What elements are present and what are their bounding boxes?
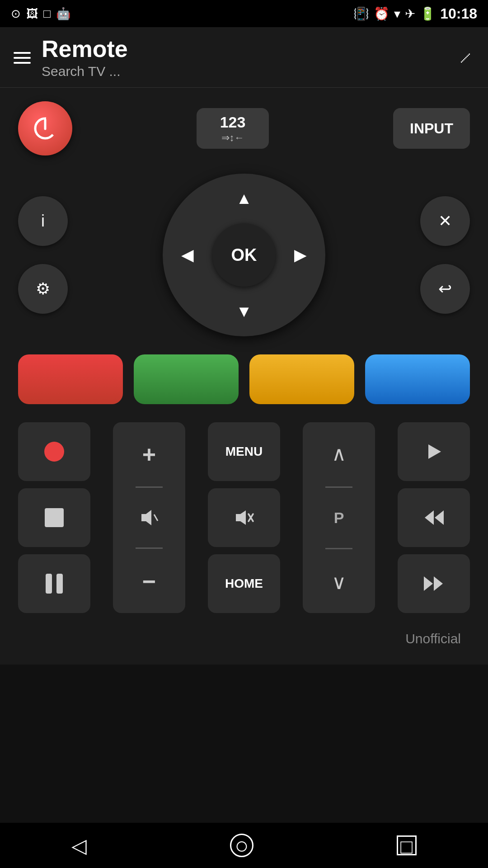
stop-button[interactable] [18, 488, 90, 547]
dpad: ▲ ▼ ◀ ▶ OK [163, 174, 325, 336]
record-dot-icon [44, 442, 64, 462]
vol-divider2 [136, 547, 163, 549]
bottom-grid: + − MENU [18, 422, 470, 613]
nav-recent-button[interactable]: □ [397, 835, 417, 855]
vol-minus-button[interactable]: − [142, 568, 156, 595]
color-red-button[interactable] [18, 354, 123, 404]
vol-plus-button[interactable]: + [142, 441, 156, 468]
header: Remote Search TV ... ⟋ [0, 27, 488, 88]
wifi-icon: ▾ [394, 6, 400, 21]
search-tv-label: Search TV ... [42, 64, 446, 79]
ch-down-button[interactable]: ∨ [332, 571, 346, 594]
home-button[interactable]: HOME [208, 554, 280, 613]
bottom-area: + − MENU [14, 422, 474, 613]
alarm-icon: ⏰ [374, 6, 389, 21]
volume-column: + − [113, 422, 185, 613]
vol-minus-icon: − [142, 568, 156, 595]
ch-up-button[interactable]: ∧ [332, 442, 346, 465]
pause-icon [46, 574, 63, 594]
svg-line-3 [154, 514, 158, 521]
top-row: 123 ⇒↕← INPUT [14, 101, 474, 156]
unofficial-label: Unofficial [14, 631, 474, 646]
svg-marker-4 [236, 510, 246, 525]
nav-bar: ◁ ○ □ [0, 823, 488, 868]
numpad-label: 123 [220, 113, 246, 131]
vibrate-icon: 📳 [353, 6, 369, 21]
ff-button[interactable] [398, 554, 470, 613]
left-col: i ⚙ [18, 196, 68, 314]
svg-marker-2 [141, 510, 151, 525]
stop-icon [45, 508, 64, 527]
svg-marker-10 [424, 576, 433, 591]
mute-icon [233, 507, 255, 528]
right-col: ✕ ↩ [420, 196, 470, 314]
close-button[interactable]: ✕ [420, 196, 470, 246]
rewind-button[interactable] [398, 488, 470, 547]
ch-divider2 [325, 548, 352, 549]
dpad-up-button[interactable]: ▲ [217, 178, 271, 219]
remote-body: 123 ⇒↕← INPUT i ⚙ ▲ ▼ ◀ [0, 88, 488, 665]
vol-plus-icon: + [142, 441, 156, 468]
rewind-icon [423, 508, 445, 528]
settings-button[interactable]: ⚙ [18, 264, 68, 314]
menu-button[interactable]: MENU [208, 422, 280, 481]
status-right-icons: 📳 ⏰ ▾ ✈ 🔋 10:18 [353, 5, 477, 22]
header-text: Remote Search TV ... [42, 36, 446, 79]
record-button[interactable] [18, 422, 90, 481]
dpad-section: i ⚙ ▲ ▼ ◀ ▶ OK [14, 174, 474, 336]
status-bar: ⊙ 🖼 □ 🤖 📳 ⏰ ▾ ✈ 🔋 10:18 [0, 0, 488, 27]
volume-icon [138, 506, 160, 529]
vol-divider [136, 486, 163, 488]
menu-icon[interactable] [14, 52, 31, 64]
spotify-icon: ⊙ [11, 7, 21, 21]
color-row [14, 354, 474, 404]
color-yellow-button[interactable] [249, 354, 354, 404]
svg-marker-9 [435, 510, 444, 525]
airplane-icon: ✈ [405, 6, 415, 21]
color-blue-button[interactable] [365, 354, 470, 404]
status-time: 10:18 [440, 5, 477, 22]
svg-marker-7 [428, 444, 441, 459]
app-title: Remote [42, 36, 446, 62]
status-left-icons: ⊙ 🖼 □ 🤖 [11, 7, 70, 21]
color-green-button[interactable] [134, 354, 239, 404]
power-button[interactable] [18, 101, 72, 156]
mute-button[interactable] [208, 488, 280, 547]
square-icon: □ [43, 7, 51, 21]
svg-marker-11 [434, 576, 443, 591]
android-icon: 🤖 [56, 7, 70, 21]
ff-icon [423, 574, 445, 594]
battery-icon: 🔋 [420, 6, 436, 21]
nav-back-button[interactable]: ◁ [71, 834, 87, 857]
nav-home-button[interactable]: ○ [230, 834, 253, 857]
info-button[interactable]: i [18, 196, 68, 246]
back-button[interactable]: ↩ [420, 264, 470, 314]
ch-down-icon: ∨ [332, 571, 346, 594]
ok-button[interactable]: OK [212, 223, 276, 287]
image-icon: 🖼 [26, 7, 38, 21]
channel-column: ∧ P ∨ [303, 422, 375, 613]
numpad-button[interactable]: 123 ⇒↕← [197, 108, 269, 149]
ch-divider1 [325, 486, 352, 488]
dpad-left-button[interactable]: ◀ [167, 228, 208, 282]
play-icon [424, 442, 444, 462]
dpad-down-button[interactable]: ▼ [217, 291, 271, 332]
pause-button[interactable] [18, 554, 90, 613]
play-button[interactable] [398, 422, 470, 481]
ch-up-icon: ∧ [332, 442, 346, 465]
ch-p-label: P [334, 509, 344, 527]
dpad-right-button[interactable]: ▶ [280, 228, 321, 282]
numpad-sub: ⇒↕← [221, 132, 244, 144]
input-button[interactable]: INPUT [393, 108, 470, 149]
search-icon[interactable]: ⟋ [456, 47, 474, 68]
svg-marker-8 [425, 510, 434, 525]
